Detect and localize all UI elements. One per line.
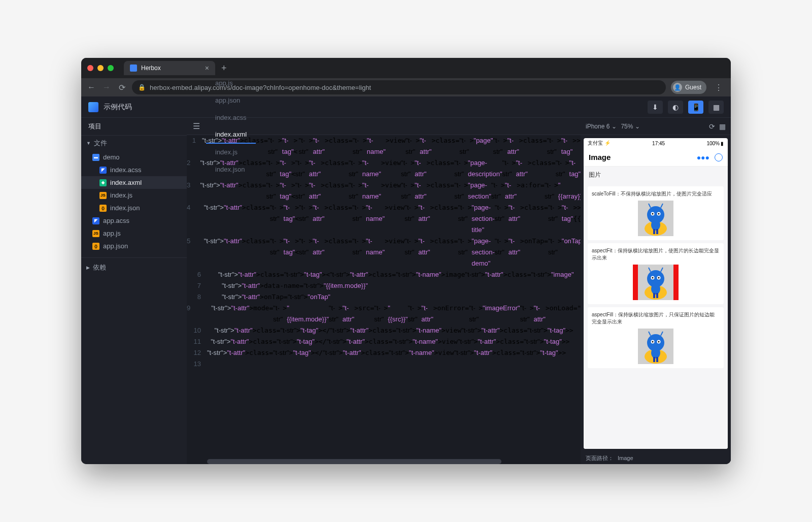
section-title: aspectFit：保持纵横比缩放图片，使图片的长边能完全显示出来 — [592, 247, 720, 262]
sidebar-file-app-json[interactable]: {}app.json — [81, 240, 187, 252]
sidebar-files-label: 文件 — [94, 139, 107, 148]
phone-nav-bar: Image ●●● — [584, 148, 728, 167]
sidebar-deps-label: 依赖 — [93, 263, 106, 272]
sidebar-file-index-js[interactable]: JSindex.js — [81, 189, 187, 202]
phone-body[interactable]: 图片 scaleToFill：不保持纵横比缩放图片，使图片完全适应aspectF… — [584, 167, 728, 449]
tab-close-icon[interactable]: × — [205, 64, 209, 72]
grid-icon[interactable]: ▦ — [719, 122, 726, 130]
svg-rect-20 — [653, 293, 655, 298]
urlbar-row: ← → ⟳ 🔒 herbox-embed.alipay.com/s/doc-im… — [81, 78, 731, 96]
device-select[interactable]: iPhone 6 ⌄ — [586, 123, 617, 130]
sidebar-project-label: 项目 — [81, 118, 187, 136]
phone-description: 图片 — [584, 167, 728, 183]
device-button[interactable]: 📱 — [688, 101, 703, 114]
svg-point-19 — [651, 283, 660, 295]
code-line[interactable]: 9 "t-str">"t-attr">mode="t-str">"{{item.… — [187, 303, 581, 325]
image-section: aspectFill：保持纵横比缩放图片，只保证图片的短边能完全显示出来 — [588, 307, 724, 368]
file-icon: ◤ — [99, 167, 107, 174]
app-title: 示例代码 — [104, 103, 132, 112]
file-icon: ◈ — [99, 179, 107, 186]
code-line[interactable]: 4 "t-str">"t-attr">class="t-str">"t-tag"… — [187, 202, 581, 236]
image-section: aspectFit：保持纵横比缩放图片，使图片的长边能完全显示出来 — [588, 243, 724, 304]
phone-nav-title: Image — [589, 153, 611, 161]
code-line[interactable]: 2 "t-str">"t-attr">class="t-str">"t-tag"… — [187, 157, 581, 180]
sidebar-file-app-acss[interactable]: ◤app.acss — [81, 214, 187, 227]
code-line[interactable]: 5 "t-str">"t-attr">class="t-str">"t-tag"… — [187, 236, 581, 269]
svg-rect-9 — [656, 229, 658, 234]
scrollbar-thumb[interactable] — [207, 459, 501, 464]
code-line[interactable]: 10 "t-str">"t-attr">class="t-str">"t-tag… — [187, 325, 581, 336]
window-minimize[interactable] — [97, 65, 104, 71]
horizontal-scrollbar[interactable] — [187, 459, 581, 464]
sidebar-deps-section[interactable]: ▶ 依赖 — [81, 257, 187, 275]
editor-tab-app-json[interactable]: app.json — [206, 92, 256, 109]
avatar-icon: 👤 — [673, 83, 682, 92]
image-section: scaleToFill：不保持纵横比缩放图片，使图片完全适应 — [588, 186, 724, 240]
phone-status-bar: 支付宝 ⚡ 17:45 100% ▮ — [584, 138, 728, 148]
theme-button[interactable]: ◐ — [668, 101, 683, 114]
titlebar: Herbox × + — [81, 58, 731, 78]
reload-button[interactable]: ⟳ — [117, 83, 127, 92]
sidebar-folder-demo[interactable]: ▬ demo — [81, 151, 187, 164]
file-icon: JS — [99, 192, 107, 199]
tab-title: Herbox — [141, 64, 161, 72]
battery-icon: ▮ — [721, 141, 724, 146]
code-line[interactable]: 12"t-str">"t-attr">class="t-str">"t-tag"… — [187, 347, 581, 358]
code-line[interactable]: 1"t-str">"t-attr">class="t-str">"t-tag">… — [187, 135, 581, 157]
sidebar-file-index-acss[interactable]: ◤index.acss — [81, 164, 187, 176]
sidebar-file-app-js[interactable]: JSapp.js — [81, 227, 187, 240]
code-line[interactable]: 3 "t-str">"t-attr">class="t-str">"t-tag"… — [187, 180, 581, 202]
profile-label: Guest — [685, 84, 701, 91]
sidebar-file-index-json[interactable]: {}index.json — [81, 202, 187, 214]
chevron-down-icon: ▼ — [86, 141, 91, 146]
close-circle-icon[interactable] — [715, 153, 723, 161]
menu-icon[interactable]: ☰ — [187, 121, 206, 131]
phone-preview: 支付宝 ⚡ 17:45 100% ▮ Image ●●● 图片 scaleToF… — [584, 138, 728, 449]
code-line[interactable]: 8 "t-str">"t-attr">onTap="t-str">"onTap" — [187, 291, 581, 303]
zoom-select[interactable]: 75% ⌄ — [621, 123, 640, 130]
file-icon: ◤ — [92, 217, 99, 224]
file-icon: JS — [92, 230, 99, 237]
svg-point-29 — [652, 341, 654, 343]
mascot-image — [638, 265, 673, 300]
mascot-image — [638, 201, 673, 236]
chevron-down-icon: ⌄ — [635, 123, 640, 130]
svg-rect-21 — [656, 293, 658, 298]
file-icon: {} — [92, 243, 99, 250]
svg-point-18 — [658, 277, 660, 279]
code-line[interactable]: 11 "t-str">"t-attr">class="t-str">"t-tag… — [187, 336, 581, 347]
app-header: 示例代码 ⬇ ◐ 📱 ▦ — [81, 96, 731, 118]
more-icon[interactable]: ●●● — [697, 153, 709, 161]
code-line[interactable]: 6 "t-str">"t-attr">class="t-str">"t-tag"… — [187, 269, 581, 280]
svg-point-7 — [651, 219, 660, 231]
code-line[interactable]: 7 "t-str">"t-attr">data-name="t-str">"{{… — [187, 280, 581, 291]
forward-button[interactable]: → — [101, 83, 112, 92]
window-maximize[interactable] — [108, 65, 114, 71]
file-icon: {} — [99, 205, 107, 212]
editor-tabs: ☰ app.jsapp.jsonindex.acssindex.axmlinde… — [187, 118, 581, 135]
svg-rect-8 — [653, 229, 655, 234]
svg-point-17 — [652, 277, 654, 279]
window-close[interactable] — [87, 65, 93, 71]
grid-button[interactable]: ▦ — [708, 101, 724, 114]
download-button[interactable]: ⬇ — [648, 101, 663, 114]
editor-tab-index-acss[interactable]: index.acss — [206, 109, 256, 126]
sidebar-files-section[interactable]: ▼ 文件 — [81, 136, 187, 151]
code-editor[interactable]: 1"t-str">"t-attr">class="t-str">"t-tag">… — [187, 135, 581, 459]
browser-menu-button[interactable]: ⋮ — [712, 83, 726, 92]
chevron-right-icon: ▶ — [86, 265, 90, 270]
mascot-image — [638, 329, 673, 364]
svg-point-5 — [652, 213, 654, 215]
profile-button[interactable]: 👤 Guest — [671, 81, 706, 94]
folder-icon: ▬ — [92, 154, 99, 161]
sidebar-file-index-axml[interactable]: ◈index.axml — [81, 176, 187, 189]
browser-tab[interactable]: Herbox × — [124, 61, 215, 75]
sidebar: 项目 ▼ 文件 ▬ demo ◤index.acss◈index.axmlJSi… — [81, 118, 187, 464]
code-line[interactable]: 13 — [187, 358, 581, 370]
svg-rect-33 — [656, 357, 658, 362]
new-tab-button[interactable]: + — [217, 63, 231, 74]
editor-tab-app-js[interactable]: app.js — [206, 75, 256, 92]
refresh-icon[interactable]: ⟳ — [709, 122, 715, 130]
back-button[interactable]: ← — [86, 83, 96, 92]
svg-point-30 — [658, 341, 660, 343]
